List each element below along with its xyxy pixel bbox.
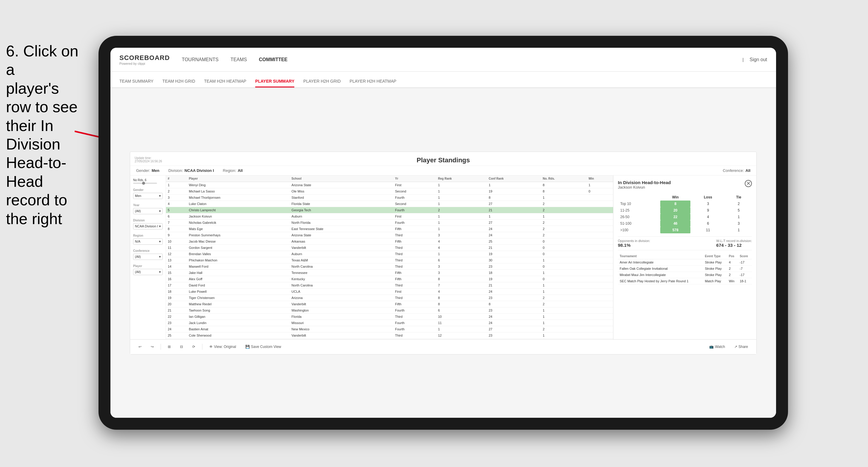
h2h-col-win: Win [660,194,690,200]
table-row[interactable]: 12 Brendan Valles Auburn Third 1 19 0 [166,251,613,257]
table-row[interactable]: 20 Matthew Riedel Vanderbilt Fifth 8 8 2 [166,301,613,307]
year-dropdown[interactable]: (All) ▾ [133,208,163,214]
sidebar-gender-section: Gender Men ▾ [133,188,163,199]
refresh-button[interactable]: ⟳ [190,343,197,350]
table-row[interactable]: 21 Taehoon Song Washington Fourth 6 23 1 [166,307,613,313]
save-custom-button[interactable]: 💾 Save Custom View [243,343,284,350]
undo-button[interactable]: ↩ [136,343,144,350]
table-row[interactable]: 25 Cole Sherwood Vanderbilt Third 12 23 … [166,332,613,338]
table-row[interactable]: 15 Jake Hall Tennessee Fifth 3 18 1 [166,270,613,276]
col-conf-rank: Conf Rank [487,176,541,182]
copy-button[interactable]: ⊞ [165,343,173,350]
nav-right: | Sign out [742,56,767,64]
h2h-col-tie: Tie [725,194,752,200]
view-original-button[interactable]: 👁 View: Original [207,343,239,350]
col-reg-rank: Reg Rank [436,176,487,182]
save-icon: 💾 [245,345,250,349]
player-table-container[interactable]: # Player School Yr Reg Rank Conf Rank No… [166,176,613,339]
nav-pipe: | [742,57,744,62]
tournament-table: Tournament Event Type Pos Score Amer Ari… [618,253,752,284]
sub-nav-team-h2h-grid[interactable]: TEAM H2H GRID [162,79,195,87]
table-row[interactable]: 17 David Ford North Carolina Third 7 21 … [166,282,613,288]
gender-filter: Gender: Men [136,168,159,173]
gender-dropdown[interactable]: Men ▾ [133,193,163,199]
no-rds-slider[interactable] [133,183,157,184]
sidebar-region-section: Region N/A ▾ [133,234,163,245]
division-filter: Division: NCAA Division I [168,168,214,173]
tour-col-event-type: Event Type [703,253,727,259]
h2h-row: 26-50 22 4 1 [618,214,752,220]
nav-committee[interactable]: COMMITTEE [259,56,287,64]
table-row[interactable]: 23 Jack Lundin Missouri Fourth 11 24 1 [166,320,613,326]
content-split: No Rds. 6 Gender Men [130,176,756,339]
top-nav: SCOREBOARD Powered by clippi TOURNAMENTS… [111,48,776,72]
table-row[interactable]: 3 Michael Thorbjornsen Stanford Fourth 1… [166,194,613,200]
h2h-panel: In Division Head-to-Head Jackson Koivun … [613,176,756,339]
sub-nav-player-h2h-heatmap[interactable]: PLAYER H2H HEATMAP [349,79,396,87]
col-no-rds: No. Rds. [541,176,587,182]
h2h-col-rank [618,194,660,200]
table-row[interactable]: 14 Maxwell Ford North Carolina Third 3 2… [166,263,613,270]
table-row[interactable]: 8 Mats Ege East Tennessee State Fifth 1 … [166,226,613,232]
tablet-frame: SCOREBOARD Powered by clippi TOURNAMENTS… [98,36,788,430]
redo-button[interactable]: ↪ [148,343,156,350]
sidebar-no-rds: No Rds. 6 [133,179,163,184]
table-row[interactable]: 6 Jackson Koivun Auburn First 1 1 1 [166,213,613,219]
tournament-row: Fallen Oak Collegiate Invitational Strok… [618,265,752,272]
h2h-row: Top 10 8 3 2 [618,200,752,207]
region-dropdown[interactable]: N/A ▾ [133,239,163,245]
sign-out-button[interactable]: Sign out [749,56,767,64]
table-row[interactable]: 5 Christo Lamprecht Georgia Tech Fourth … [166,207,613,213]
tournament-row: SEC Match Play Hosted by Jerry Pate Roun… [618,278,752,284]
nav-tournaments[interactable]: TOURNAMENTS [182,56,218,64]
col-yr: Yr [394,176,436,182]
sidebar-year-section: Year (All) ▾ [133,204,163,214]
table-row[interactable]: 10 Jacob Mac Diesse Arkansas Fifth 4 25 … [166,238,613,244]
col-player: Player [187,176,290,182]
col-school: School [290,176,394,182]
table-row[interactable]: 7 Nicholas Gabrelcik North Florida Fourt… [166,219,613,226]
table-row[interactable]: 13 Phichaksn Maichon Texas A&M Third 6 3… [166,257,613,263]
table-row[interactable]: 9 Preston Summerhays Arizona State Third… [166,232,613,238]
table-row[interactable]: 16 Alex Goff Kentucky Fifth 8 19 0 [166,276,613,282]
tournament-row: Amer Ari Intercollegiate Stroke Play 4 -… [618,259,752,265]
sub-nav-player-h2h-grid[interactable]: PLAYER H2H GRID [303,79,341,87]
left-sidebar: No Rds. 6 Gender Men [130,176,166,339]
h2h-close-button[interactable]: ✕ [745,180,752,187]
table-row[interactable]: 22 Ian Gilligan Florida Third 10 24 1 [166,313,613,320]
sub-nav-team-summary[interactable]: TEAM SUMMARY [119,79,153,87]
toolbar-sep-2 [202,344,203,350]
paste-button[interactable]: ⊟ [178,343,185,350]
filters-row: Gender: Men Division: NCAA Division I Re… [130,166,756,176]
sidebar-division-section: Division NCAA Division I ▾ [133,219,163,229]
table-row[interactable]: 4 Luke Claton Florida State Second 1 27 … [166,200,613,207]
tournament-row: Mirabel Maui Jim Intercollegiate Stroke … [618,272,752,278]
col-win: Win [587,176,613,182]
instruction-text: 6. Click on a player's row to see their … [0,36,93,234]
tablet-screen: SCOREBOARD Powered by clippi TOURNAMENTS… [111,48,776,418]
tour-col-tournament: Tournament [618,253,703,259]
player-dropdown[interactable]: (All) ▾ [133,269,163,275]
table-row[interactable]: 11 Gordon Sargent Vanderbilt Third 4 21 … [166,244,613,251]
tour-col-pos: Pos [727,253,738,259]
nav-teams[interactable]: TEAMS [230,56,247,64]
dashboard-panel: Update time: 27/05/2024 16:56:26 Player … [130,152,757,354]
share-button[interactable]: ↗ Share [732,343,750,350]
h2h-record-stat: W-L-T record in-division: 674 - 33 - 12 [716,239,752,248]
conference-dropdown[interactable]: (All) ▾ [133,254,163,260]
division-dropdown[interactable]: NCAA Division I ▾ [133,223,163,229]
h2h-player-name: Jackson Koivun [618,185,671,189]
h2h-row: >100 578 11 1 [618,227,752,234]
table-row[interactable]: 1 Wenyi Ding Arizona State First 1 1 8 1 [166,182,613,188]
watch-button[interactable]: 📺 Watch [707,343,727,350]
table-row[interactable]: 19 Tiger Christensen Arizona Third 8 23 … [166,294,613,301]
sub-nav-team-h2h-heatmap[interactable]: TEAM H2H HEATMAP [204,79,246,87]
table-row[interactable]: 18 Luke Powell UCLA First 4 24 1 [166,288,613,294]
h2h-opponents-stat: Opponents in division: 98.1% [618,239,650,248]
sub-nav-player-summary[interactable]: PLAYER SUMMARY [255,79,294,87]
table-row[interactable]: 2 Michael La Sasso Ole Miss Second 1 19 … [166,188,613,194]
table-row[interactable]: 24 Bastien Amat New Mexico Fourth 1 27 2 [166,326,613,332]
bottom-toolbar: ↩ ↪ ⊞ ⊟ ⟳ 👁 View: Original 💾 Save Custom… [130,339,756,354]
h2h-table: Win Loss Tie Top 10 8 3 2 11-25 20 9 5 [618,194,752,234]
logo-powered: Powered by clippi [119,62,170,65]
